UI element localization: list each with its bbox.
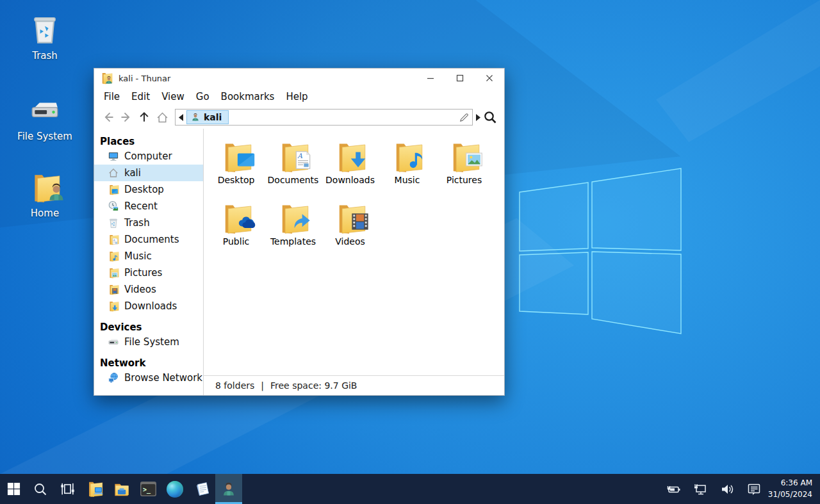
pictures-folder-icon — [108, 267, 119, 279]
sidebar-item-downloads[interactable]: Downloads — [94, 298, 203, 314]
path-crumb-label: kali — [204, 112, 222, 122]
documents-folder-icon — [275, 139, 312, 175]
back-button[interactable] — [99, 108, 117, 126]
menu-edit[interactable]: Edit — [126, 89, 156, 104]
taskbar-file-explorer[interactable] — [108, 474, 135, 504]
videos-folder-icon — [332, 200, 369, 236]
home-folder-icon — [10, 168, 79, 204]
sidebar-item-videos[interactable]: Videos — [94, 281, 203, 298]
task-view-icon — [60, 481, 76, 497]
pictures-folder-icon — [446, 139, 483, 175]
taskbar-text-editor[interactable] — [188, 474, 215, 504]
sidebar-header-network: Network — [94, 355, 203, 370]
window-title: kali - Thunar — [119, 74, 416, 83]
maximize-button[interactable] — [445, 69, 475, 88]
action-center-icon[interactable] — [741, 474, 767, 504]
edge-browser-icon — [167, 481, 183, 498]
drive-icon — [10, 91, 79, 127]
file-downloads[interactable]: Downloads — [322, 138, 379, 199]
sidebar-item-desktop[interactable]: Desktop — [94, 181, 203, 198]
text-editor-icon — [193, 480, 211, 498]
close-button[interactable] — [475, 69, 504, 88]
taskbar-terminal[interactable]: >_ — [135, 474, 161, 504]
status-folder-count: 8 folders — [215, 380, 254, 391]
path-bar[interactable]: kali — [175, 109, 473, 126]
menu-view[interactable]: View — [156, 89, 190, 104]
user-avatar-icon — [221, 482, 236, 497]
menu-go[interactable]: Go — [190, 89, 215, 104]
taskbar: >_ — [0, 474, 820, 504]
desktop-icon-file-system[interactable]: File System — [10, 91, 79, 142]
user-avatar-icon — [191, 113, 200, 122]
file-videos[interactable]: Videos — [322, 199, 379, 261]
up-button[interactable] — [135, 108, 153, 126]
taskbar-search-button[interactable] — [27, 474, 54, 504]
edit-path-icon[interactable] — [459, 112, 470, 123]
search-icon — [33, 482, 48, 497]
path-crumb-kali[interactable]: kali — [186, 110, 229, 124]
system-tray: 6:36 AM 31/05/2024 — [660, 474, 820, 504]
desktop-folder-icon — [218, 139, 255, 175]
sidebar-item-browse-network[interactable]: Browse Network — [94, 370, 203, 386]
desktop-folder-icon — [108, 184, 119, 195]
toolbar: kali — [94, 106, 504, 129]
thunar-window: kali - Thunar File Edit View Go Bookmark… — [94, 68, 505, 396]
public-folder-icon — [218, 200, 255, 236]
file-explorer-icon — [113, 480, 130, 498]
menu-bookmarks[interactable]: Bookmarks — [215, 89, 281, 104]
sidebar-item-music[interactable]: Music — [94, 248, 203, 264]
sidebar-item-documents[interactable]: Documents — [94, 231, 203, 248]
windows-start-icon — [6, 482, 21, 496]
network-icon — [108, 372, 119, 384]
sidebar-item-trash[interactable]: Trash — [94, 215, 203, 231]
clock-date: 31/05/2024 — [768, 489, 812, 500]
status-free-space: Free space: 9.7 GiB — [270, 380, 357, 391]
file-documents[interactable]: Documents — [265, 138, 322, 199]
task-view-button[interactable] — [54, 474, 81, 504]
file-templates[interactable]: Templates — [265, 199, 322, 261]
svg-text:>_: >_ — [143, 486, 151, 494]
status-separator: | — [261, 380, 264, 391]
sidebar: Places Computer kali Desktop Recent — [94, 129, 204, 395]
taskbar-computer-folder[interactable] — [81, 474, 108, 504]
folder-user-icon — [100, 72, 113, 85]
sidebar-item-recent[interactable]: Recent — [94, 198, 203, 215]
downloads-folder-icon — [332, 139, 369, 175]
forward-button[interactable] — [117, 108, 135, 126]
videos-folder-icon — [108, 284, 119, 295]
desktop-icon-trash[interactable]: Trash — [10, 10, 79, 61]
home-outline-icon — [108, 167, 119, 179]
desktop-icon-home[interactable]: Home — [10, 168, 79, 219]
start-button[interactable] — [0, 474, 27, 504]
window-titlebar: kali - Thunar — [94, 69, 504, 88]
file-grid[interactable]: Desktop Documents — [204, 129, 504, 375]
menu-file[interactable]: File — [98, 89, 126, 104]
file-public[interactable]: Public — [208, 199, 265, 261]
volume-icon[interactable] — [714, 474, 741, 504]
search-button[interactable] — [481, 108, 499, 126]
templates-folder-icon — [275, 200, 312, 236]
menu-help[interactable]: Help — [280, 89, 313, 104]
music-folder-icon — [108, 250, 119, 262]
status-bar: 8 folders | Free space: 9.7 GiB — [204, 375, 504, 395]
file-desktop[interactable]: Desktop — [208, 138, 265, 199]
sidebar-item-kali[interactable]: kali — [94, 165, 203, 181]
file-pictures[interactable]: Pictures — [436, 138, 493, 199]
file-music[interactable]: Music — [379, 138, 436, 199]
network-icon[interactable] — [687, 474, 714, 504]
sidebar-item-file-system[interactable]: File System — [94, 334, 203, 350]
taskbar-clock[interactable]: 6:36 AM 31/05/2024 — [767, 474, 820, 504]
prev-crumb-icon[interactable] — [178, 114, 184, 121]
sidebar-header-devices: Devices — [94, 320, 203, 334]
sidebar-header-places: Places — [94, 134, 203, 148]
sidebar-item-pictures[interactable]: Pictures — [94, 264, 203, 281]
minimize-button[interactable] — [416, 69, 445, 88]
recent-icon — [108, 200, 119, 212]
taskbar-edge-browser[interactable] — [161, 474, 188, 504]
menu-bar: File Edit View Go Bookmarks Help — [94, 88, 504, 106]
battery-icon[interactable] — [660, 474, 687, 504]
taskbar-thunar-kali-active[interactable] — [215, 474, 242, 504]
next-crumb-icon[interactable] — [475, 114, 481, 121]
sidebar-item-computer[interactable]: Computer — [94, 148, 203, 165]
home-button[interactable] — [153, 108, 171, 126]
